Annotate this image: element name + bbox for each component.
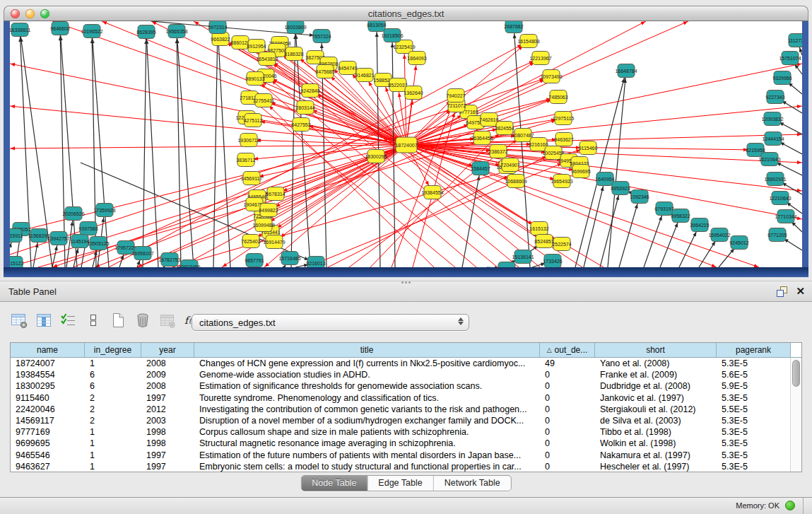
column-header-title[interactable]: title (194, 343, 540, 357)
network-node[interactable]: 16099488 (252, 218, 274, 232)
tab-network-table[interactable]: Network Table (434, 476, 511, 491)
table-cell[interactable]: 9699695 (11, 438, 85, 448)
network-node[interactable]: 7485063 (548, 90, 567, 104)
network-node[interactable]: 16033809 (284, 21, 306, 34)
table-cell[interactable]: 5.3E-5 (717, 393, 791, 403)
network-node[interactable]: 10923466 (178, 260, 200, 268)
network-node[interactable]: 13505125 (87, 237, 109, 250)
table-cell[interactable]: Franke et al. (2009) (595, 370, 717, 380)
table-cell[interactable]: 2003 (141, 416, 194, 426)
table-panel-header[interactable]: Table Panel ✕ (0, 281, 812, 302)
float-panel-icon[interactable] (776, 286, 787, 297)
table-cell[interactable]: 0 (540, 404, 595, 414)
table-cell[interactable]: 1997 (141, 462, 194, 472)
table-cell[interactable]: 5.5E-5 (717, 404, 791, 414)
network-node[interactable]: 9115460 (579, 141, 598, 155)
table-cell[interactable]: Hescheler et al. (1997) (595, 462, 717, 472)
network-node[interactable]: 8958322 (671, 209, 690, 223)
table-row[interactable]: 2242004622012Investigating the contribut… (11, 404, 791, 415)
network-node[interactable]: 1362640 (404, 86, 423, 100)
network-node[interactable]: 16954022 (708, 228, 730, 242)
table-cell[interactable]: Corpus callosum shape and size in male p… (194, 427, 540, 437)
column-icon[interactable] (84, 311, 102, 329)
table-cell[interactable]: 14569117 (11, 416, 85, 426)
network-node[interactable]: 9397588 (78, 222, 98, 235)
network-node[interactable]: 14569117 (241, 172, 263, 185)
table-cell[interactable]: 18724007 (11, 358, 85, 368)
network-node[interactable]: 20206526 (62, 207, 84, 221)
network-node[interactable]: 18300295 (365, 150, 387, 163)
network-node[interactable]: 16338811 (10, 23, 30, 37)
splitter-handle-icon[interactable] (397, 281, 416, 284)
network-node[interactable]: 16958107 (131, 247, 153, 260)
network-node[interactable]: 8912954 (247, 40, 266, 53)
table-cell[interactable]: Estimation of the future numbers of pati… (194, 450, 540, 460)
network-node[interactable]: 16210643 (758, 153, 780, 166)
network-node[interactable]: 16782753 (158, 253, 180, 267)
table-cell[interactable]: Embryonic stem cells: a model to study s… (194, 462, 540, 472)
network-node[interactable]: 19654923 (551, 175, 572, 188)
table-cell[interactable]: de Silva et al. (2003) (595, 416, 717, 426)
table-cell[interactable]: 2 (85, 404, 141, 414)
network-node[interactable]: 9699695 (571, 165, 590, 178)
table-row[interactable]: 1830029562008Estimation of significance … (11, 380, 791, 392)
network-node[interactable]: 8678314 (266, 187, 285, 201)
table-cell[interactable]: 5.3E-5 (717, 462, 791, 472)
network-node[interactable]: 9146821 (355, 69, 374, 82)
network-canvas[interactable]: 1872400796638228860128891295428226058982… (10, 21, 802, 267)
table-cell[interactable]: Wolkin et al. (1998) (595, 438, 717, 448)
table-cell[interactable]: 1 (85, 450, 141, 460)
network-node[interactable]: 7815122 (10, 257, 24, 268)
network-node[interactable]: 7857224 (312, 30, 331, 43)
network-node[interactable]: 1112734 (788, 34, 802, 47)
table-cell[interactable]: Investigating the contribution of common… (194, 404, 540, 414)
network-node[interactable]: 19306712 (237, 134, 259, 147)
table-cell[interactable]: 0 (540, 462, 595, 472)
table-cell[interactable]: 22420046 (11, 404, 85, 414)
column-header-in_degree[interactable]: in_degree (85, 343, 141, 357)
table-cell[interactable]: 9465546 (11, 450, 85, 460)
table-cell[interactable]: 1 (85, 438, 141, 448)
table-cell[interactable]: 18300295 (11, 381, 85, 391)
network-node[interactable]: 6771205 (767, 228, 787, 242)
network-node[interactable]: 9499822 (259, 204, 278, 217)
table-cell[interactable]: Estimation of significance thresholds fo… (194, 381, 540, 391)
network-node[interactable]: 7204907 (500, 158, 519, 172)
network-node[interactable]: 12975115 (553, 112, 575, 125)
network-node[interactable]: 12755411 (253, 94, 275, 107)
table-cell[interactable]: 0 (540, 450, 595, 460)
table-cell[interactable]: 1 (85, 462, 141, 472)
table-row[interactable]: 1456911722003Disruption of a novel membe… (11, 415, 791, 426)
network-node[interactable]: 9152401 (497, 262, 516, 268)
window-titlebar[interactable]: citations_edges.txt (4, 6, 808, 21)
table-cell[interactable]: 1 (85, 427, 141, 437)
table-cell[interactable]: Dudbridge et al. (2008) (595, 381, 717, 391)
network-node[interactable]: 3964215 (690, 218, 709, 232)
network-node[interactable]: 16543812 (256, 52, 278, 66)
network-node[interactable]: 15692931 (764, 173, 786, 186)
network-node[interactable]: 1615132 (529, 222, 548, 235)
table-cell[interactable]: Genome-wide association studies in ADHD. (194, 370, 540, 380)
table-cell[interactable]: 5.3E-5 (717, 416, 791, 426)
network-node[interactable]: 10973493 (540, 70, 562, 83)
table-cell[interactable]: 5.6E-5 (717, 370, 791, 380)
table-cell[interactable]: Tourette syndrome. Phenomenology and cla… (194, 393, 540, 403)
table-cell[interactable]: Changes of HCN gene expression and I(f) … (194, 358, 540, 368)
table-cell[interactable]: 2 (85, 416, 141, 426)
table-cell[interactable]: Nakamura et al. (1997) (595, 450, 717, 460)
network-node[interactable]: 18724007 (395, 137, 417, 153)
column-header-out_de[interactable]: △out_de... (540, 343, 595, 357)
table-cell[interactable]: Jankovic et al. (1997) (595, 393, 717, 403)
select-column-icon[interactable] (35, 311, 53, 329)
network-node[interactable]: 15136141 (512, 250, 534, 264)
network-node[interactable]: 3475685 (315, 65, 334, 78)
network-node[interactable]: 13942757 (47, 232, 69, 245)
table-row[interactable]: 969969511998Structural magnetic resonanc… (11, 438, 791, 449)
table-cell[interactable]: 2008 (141, 381, 194, 391)
table-cell[interactable]: 5.3E-5 (717, 427, 791, 437)
network-node[interactable]: 12213967 (529, 52, 551, 65)
network-node[interactable]: 9245012 (729, 236, 748, 250)
network-node[interactable]: 15716485 (278, 252, 300, 265)
import-table-icon[interactable] (158, 311, 177, 329)
table-cell[interactable]: 5.3E-5 (717, 438, 791, 448)
